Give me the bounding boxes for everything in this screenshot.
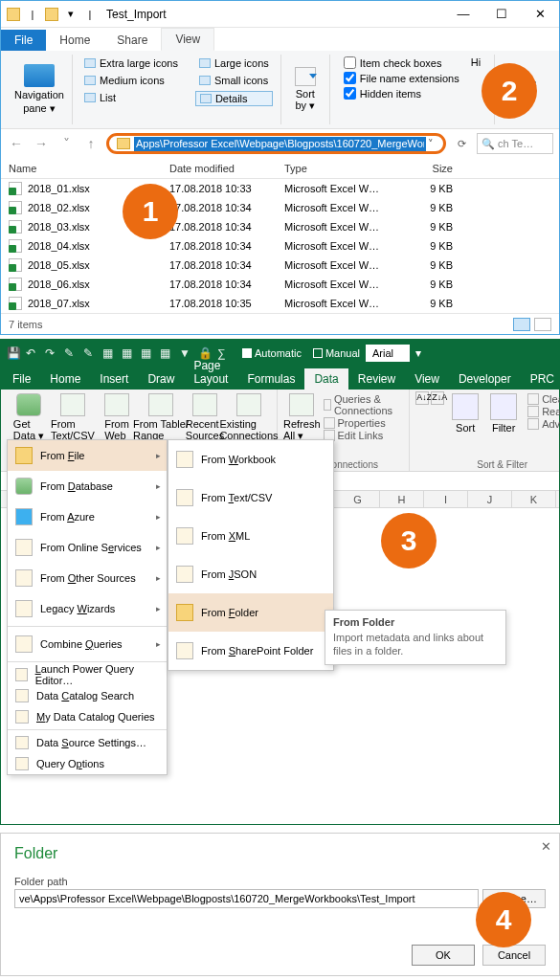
filter-icon[interactable]: ▼ bbox=[179, 346, 192, 360]
qat-overflow[interactable]: ▾ bbox=[64, 8, 78, 21]
tab-review[interactable]: Review bbox=[348, 368, 405, 390]
close-button[interactable]: ✕ bbox=[541, 839, 551, 854]
search-box[interactable]: 🔍 ch Te… bbox=[477, 133, 553, 154]
file-row[interactable]: 2018_04.xlsx17.08.2018 10:34Microsoft Ex… bbox=[1, 236, 559, 256]
save-icon[interactable]: 💾 bbox=[7, 346, 20, 360]
address-dropdown[interactable]: ˅ bbox=[426, 138, 436, 150]
tab-file[interactable]: File bbox=[1, 30, 46, 51]
tab-page-layout[interactable]: Page Layout bbox=[184, 355, 237, 390]
border-icon[interactable]: ▦ bbox=[122, 346, 135, 360]
submenu-textcsv[interactable]: From Text/CSV bbox=[168, 479, 333, 517]
brush-fill-icon[interactable]: ✎ bbox=[83, 346, 97, 360]
tab-file[interactable]: File bbox=[3, 368, 40, 390]
layout-list[interactable]: List bbox=[80, 91, 182, 104]
menu-from-other[interactable]: From Other Sources▸ bbox=[8, 563, 167, 593]
col-g[interactable]: G bbox=[336, 491, 380, 507]
check-hidden-items[interactable]: Hidden items bbox=[344, 87, 459, 100]
folder-path-input[interactable] bbox=[14, 889, 479, 908]
sort-button[interactable]: Sort bbox=[448, 391, 482, 434]
col-k[interactable]: K bbox=[512, 491, 556, 507]
file-row[interactable]: 2018_03.xlsx17.08.2018 10:34Microsoft Ex… bbox=[1, 217, 559, 236]
tab-insert[interactable]: Insert bbox=[90, 368, 138, 390]
layout-large[interactable]: Large icons bbox=[195, 56, 273, 70]
file-row[interactable]: 2018_01.xlsx17.08.2018 10:33Microsoft Ex… bbox=[1, 179, 559, 198]
layout-small[interactable]: Small icons bbox=[195, 74, 273, 87]
file-row[interactable]: 2018_07.xlsx17.08.2018 10:35Microsoft Ex… bbox=[1, 294, 559, 313]
forward-button[interactable]: → bbox=[32, 134, 51, 153]
col-type[interactable]: Type bbox=[284, 163, 395, 174]
clear-filter[interactable]: Clear bbox=[527, 393, 560, 405]
close-button[interactable]: ✕ bbox=[521, 1, 559, 28]
menu-launch-pq[interactable]: Launch Power Query Editor… bbox=[8, 664, 167, 685]
col-size[interactable]: Size bbox=[395, 163, 472, 174]
menu-legacy[interactable]: Legacy Wizards▸ bbox=[8, 593, 167, 624]
minimize-button[interactable]: — bbox=[444, 1, 482, 28]
tab-home[interactable]: Home bbox=[40, 368, 90, 390]
file-row[interactable]: 2018_05.xlsx17.08.2018 10:34Microsoft Ex… bbox=[1, 256, 559, 275]
refresh-button[interactable]: ⟳ bbox=[452, 138, 471, 150]
tab-data[interactable]: Data bbox=[304, 368, 347, 390]
freeze-icon[interactable]: ▦ bbox=[160, 346, 173, 360]
tab-share[interactable]: Share bbox=[103, 30, 161, 51]
cancel-button[interactable]: Cancel bbox=[482, 945, 546, 966]
address-input[interactable] bbox=[134, 137, 426, 151]
menu-my-catalog[interactable]: My Data Catalog Queries bbox=[8, 706, 167, 727]
refresh-all-button[interactable]: Refresh All ▾ bbox=[283, 391, 321, 442]
tab-formulas[interactable]: Formulas bbox=[237, 368, 304, 390]
tab-view[interactable]: View bbox=[405, 368, 449, 390]
file-row[interactable]: 2018_02.xlsx17.08.2018 10:34Microsoft Ex… bbox=[1, 198, 559, 217]
font-selector[interactable]: Arial bbox=[366, 345, 410, 362]
navigation-pane-button[interactable]: Navigation pane ▾ bbox=[14, 64, 64, 114]
tab-view[interactable]: View bbox=[161, 28, 214, 51]
layout-extra-large[interactable]: Extra large icons bbox=[80, 56, 182, 70]
tab-home[interactable]: Home bbox=[46, 30, 103, 51]
back-button[interactable]: ← bbox=[7, 134, 26, 153]
tab-draw[interactable]: Draw bbox=[138, 368, 184, 390]
undo-icon[interactable]: ↶ bbox=[26, 346, 39, 360]
menu-from-database[interactable]: From Database▸ bbox=[8, 471, 167, 501]
menu-catalog-search[interactable]: Data Catalog Search bbox=[8, 685, 167, 706]
brush-icon[interactable]: ✎ bbox=[64, 346, 78, 360]
col-j[interactable]: J bbox=[468, 491, 512, 507]
calc-icon[interactable]: ▦ bbox=[102, 346, 116, 360]
thumbnails-view-toggle[interactable] bbox=[534, 318, 551, 331]
menu-combine[interactable]: Combine Queries▸ bbox=[8, 629, 167, 659]
address-bar[interactable]: ˅ bbox=[106, 133, 446, 154]
queries-connections-item[interactable]: Queries & Connections bbox=[324, 393, 404, 416]
filter-button[interactable]: Filter bbox=[486, 391, 521, 434]
from-textcsv-button[interactable]: From Text/CSV bbox=[51, 391, 95, 442]
properties-item[interactable]: Properties bbox=[324, 417, 404, 429]
file-row[interactable]: 2018_06.xlsx17.08.2018 10:34Microsoft Ex… bbox=[1, 275, 559, 294]
from-table-button[interactable]: From Table/ Range bbox=[139, 391, 183, 442]
reapply-filter[interactable]: Reapply bbox=[527, 406, 560, 417]
calc-automatic[interactable]: Automatic bbox=[242, 347, 302, 359]
recent-locations[interactable]: ˅ bbox=[56, 134, 76, 153]
lock-icon[interactable]: 🔒 bbox=[198, 346, 212, 360]
advanced-filter[interactable]: Advanced bbox=[527, 418, 560, 430]
menu-from-azure[interactable]: From Azure▸ bbox=[8, 501, 167, 532]
edit-links-item[interactable]: Edit Links bbox=[324, 430, 404, 441]
maximize-button[interactable]: ☐ bbox=[482, 1, 521, 28]
col-date[interactable]: Date modified bbox=[169, 163, 284, 174]
layout-medium[interactable]: Medium icons bbox=[80, 74, 182, 87]
up-button[interactable]: ↑ bbox=[81, 134, 101, 153]
submenu-workbook[interactable]: From Workbook bbox=[168, 440, 333, 479]
existing-conn-button[interactable]: Existing Connections bbox=[227, 391, 271, 442]
menu-query-options[interactable]: Query Options bbox=[8, 753, 167, 774]
details-view-toggle[interactable] bbox=[513, 318, 530, 331]
layout-details[interactable]: Details bbox=[195, 91, 273, 106]
check-file-extensions[interactable]: File name extensions bbox=[344, 72, 459, 84]
submenu-sharepoint[interactable]: From SharePoint Folder bbox=[168, 632, 333, 670]
get-data-button[interactable]: Get Data ▾ bbox=[7, 391, 51, 442]
tab-prc[interactable]: PRC bbox=[521, 368, 560, 390]
submenu-folder[interactable]: From Folder bbox=[168, 593, 333, 632]
pivot-icon[interactable]: ▦ bbox=[141, 346, 154, 360]
menu-ds-settings[interactable]: Data Source Settings… bbox=[8, 732, 167, 753]
col-h[interactable]: H bbox=[380, 491, 424, 507]
submenu-xml[interactable]: From XML bbox=[168, 517, 333, 555]
submenu-json[interactable]: From JSON bbox=[168, 555, 333, 593]
calc-manual[interactable]: Manual bbox=[313, 347, 360, 359]
check-item-checkboxes[interactable]: Item check boxes bbox=[344, 56, 459, 69]
menu-from-file[interactable]: From File▸ bbox=[8, 440, 167, 471]
tab-developer[interactable]: Developer bbox=[449, 368, 521, 390]
